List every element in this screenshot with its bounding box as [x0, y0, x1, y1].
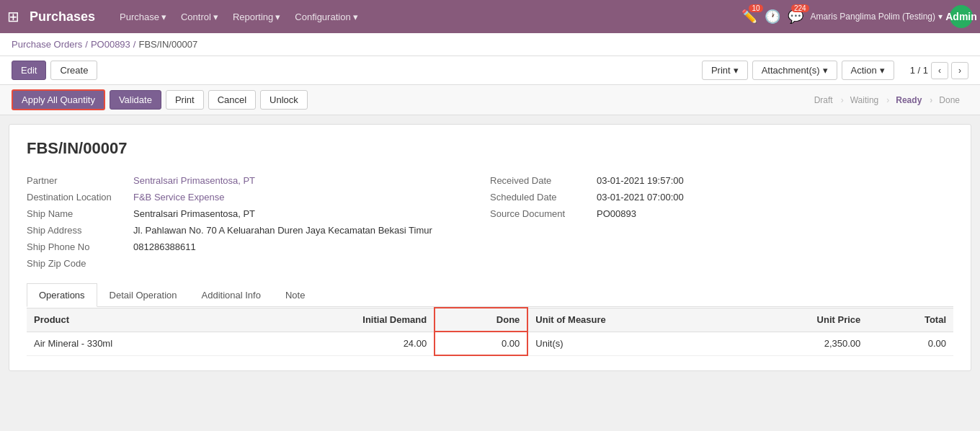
print-action-button[interactable]: Print: [166, 90, 204, 110]
chevron-down-icon: ▾: [823, 65, 828, 76]
scheduled-date-label: Scheduled Date: [490, 192, 591, 203]
tab-note[interactable]: Note: [273, 283, 317, 306]
col-unit-price: Unit Price: [730, 308, 868, 332]
source-doc-label: Source Document: [490, 208, 591, 219]
table-row: Air Mineral - 330ml 24.00 0.00 Unit(s) 2…: [27, 332, 953, 355]
cell-total: 0.00: [868, 332, 953, 355]
app-title: Purchases: [30, 9, 95, 25]
attachments-button[interactable]: Attachment(s) ▾: [752, 61, 837, 80]
dest-location-label: Destination Location: [27, 192, 128, 203]
ship-name-value: Sentralsari Primasentosa, PT: [133, 208, 255, 219]
prev-page-button[interactable]: ‹: [931, 62, 948, 79]
partner-row: Partner Sentralsari Primasentosa, PT: [27, 175, 490, 186]
tabs: Operations Detail Operation Additional I…: [27, 283, 953, 307]
chevron-down-icon: ▾: [161, 12, 166, 22]
received-date-value: 03-01-2021 19:57:00: [597, 175, 684, 186]
breadcrumb-purchase-orders[interactable]: Purchase Orders: [12, 39, 82, 50]
next-page-button[interactable]: ›: [951, 62, 968, 79]
edit-activity-icon[interactable]: ✏️ 10: [741, 9, 757, 25]
ship-phone-label: Ship Phone No: [27, 241, 128, 252]
source-doc-value: PO00893: [597, 208, 636, 219]
cell-initial-demand: 24.00: [247, 332, 435, 355]
col-uom: Unit of Measure: [527, 308, 730, 332]
status-ready: Ready: [887, 92, 930, 108]
chat-badge: 224: [791, 4, 809, 12]
col-total: Total: [868, 308, 953, 332]
source-doc-row: Source Document PO00893: [490, 208, 953, 219]
dest-location-value[interactable]: F&B Service Expense: [133, 192, 224, 203]
chevron-down-icon: ▾: [880, 65, 885, 76]
ship-phone-row: Ship Phone No 081286388611: [27, 241, 490, 252]
table-header-row: Product Initial Demand Done Unit of Meas…: [27, 308, 953, 332]
clock-icon[interactable]: 🕐: [765, 9, 780, 25]
create-button[interactable]: Create: [50, 61, 97, 80]
ship-address-row: Ship Address Jl. Pahlawan No. 70 A Kelua…: [27, 225, 490, 236]
col-product: Product: [27, 308, 247, 332]
tab-additional-info[interactable]: Additional Info: [190, 283, 273, 306]
breadcrumb: Purchase Orders / PO00893 / FBS/IN/00007: [0, 33, 980, 56]
ship-zip-row: Ship Zip Code: [27, 258, 490, 269]
cell-unit-price: 2,350.00: [730, 332, 868, 355]
top-navigation: ⊞ Purchases Purchase ▾ Control ▾ Reporti…: [0, 0, 980, 33]
scheduled-date-value: 03-01-2021 07:00:00: [597, 192, 684, 203]
action-bar: Apply All Quantity Validate Print Cancel…: [0, 85, 980, 115]
operations-table: Product Initial Demand Done Unit of Meas…: [27, 307, 953, 356]
partner-label: Partner: [27, 175, 128, 186]
ship-zip-label: Ship Zip Code: [27, 258, 128, 269]
ship-name-row: Ship Name Sentralsari Primasentosa, PT: [27, 208, 490, 219]
cell-product: Air Mineral - 330ml: [27, 332, 247, 355]
nav-control[interactable]: Control ▾: [177, 9, 223, 25]
toolbar: Edit Create Print ▾ Attachment(s) ▾ Acti…: [0, 56, 980, 85]
user-info[interactable]: Amaris Panglima Polim (Testing) ▾: [811, 12, 943, 22]
status-draft: Draft: [806, 92, 842, 108]
received-date-label: Received Date: [490, 175, 591, 186]
edit-button[interactable]: Edit: [12, 61, 46, 80]
nav-configuration[interactable]: Configuration ▾: [290, 9, 362, 25]
form-left: Partner Sentralsari Primasentosa, PT Des…: [27, 175, 490, 269]
chevron-down-icon: ▾: [275, 12, 280, 22]
nav-icons: ✏️ 10 🕐 💬 224 Amaris Panglima Polim (Tes…: [741, 5, 973, 28]
col-done: Done: [435, 308, 527, 332]
ship-address-value: Jl. Pahlawan No. 70 A Keluarahan Duren J…: [133, 225, 432, 236]
action-button[interactable]: Action ▾: [842, 61, 894, 80]
received-date-row: Received Date 03-01-2021 19:57:00: [490, 175, 953, 186]
col-initial-demand: Initial Demand: [247, 308, 435, 332]
user-name: Amaris Panglima Polim (Testing): [811, 12, 935, 22]
scheduled-date-row: Scheduled Date 03-01-2021 07:00:00: [490, 192, 953, 203]
tab-detail-operation[interactable]: Detail Operation: [97, 283, 190, 306]
nav-purchase[interactable]: Purchase ▾: [115, 9, 171, 25]
partner-value[interactable]: Sentralsari Primasentosa, PT: [133, 175, 255, 186]
cell-done[interactable]: 0.00: [435, 332, 527, 355]
avatar[interactable]: Admin: [950, 5, 973, 28]
status-bar: Draft Waiting Ready Done: [806, 92, 968, 108]
chevron-down-icon: ▾: [353, 12, 358, 22]
tab-operations[interactable]: Operations: [27, 283, 97, 307]
status-done: Done: [930, 92, 968, 108]
validate-button[interactable]: Validate: [110, 90, 161, 110]
ship-phone-value: 081286388611: [133, 241, 196, 252]
apply-all-quantity-button[interactable]: Apply All Quantity: [12, 89, 105, 110]
user-dropdown-arrow: ▾: [938, 12, 943, 22]
breadcrumb-sep1: /: [85, 39, 88, 50]
status-waiting: Waiting: [842, 92, 888, 108]
ship-name-label: Ship Name: [27, 208, 128, 219]
edit-badge: 10: [749, 4, 762, 12]
unlock-button[interactable]: Unlock: [260, 90, 308, 110]
form-right: Received Date 03-01-2021 19:57:00 Schedu…: [490, 175, 953, 269]
ship-address-label: Ship Address: [27, 225, 128, 236]
cell-uom: Unit(s): [527, 332, 730, 355]
nav-reporting[interactable]: Reporting ▾: [228, 9, 285, 25]
pagination-text: 1 / 1: [910, 65, 928, 76]
form-grid: Partner Sentralsari Primasentosa, PT Des…: [27, 175, 953, 269]
cancel-button[interactable]: Cancel: [208, 90, 256, 110]
breadcrumb-po-number[interactable]: PO00893: [91, 39, 130, 50]
print-button[interactable]: Print ▾: [702, 61, 748, 80]
main-content: FBS/IN/00007 Partner Sentralsari Primase…: [9, 124, 971, 371]
grid-icon[interactable]: ⊞: [7, 8, 19, 25]
chat-icon[interactable]: 💬 224: [788, 9, 803, 25]
document-title: FBS/IN/00007: [27, 139, 953, 158]
dest-location-row: Destination Location F&B Service Expense: [27, 192, 490, 203]
chevron-down-icon: ▾: [213, 12, 218, 22]
breadcrumb-current: FBS/IN/00007: [138, 39, 197, 50]
chevron-down-icon: ▾: [734, 65, 739, 76]
